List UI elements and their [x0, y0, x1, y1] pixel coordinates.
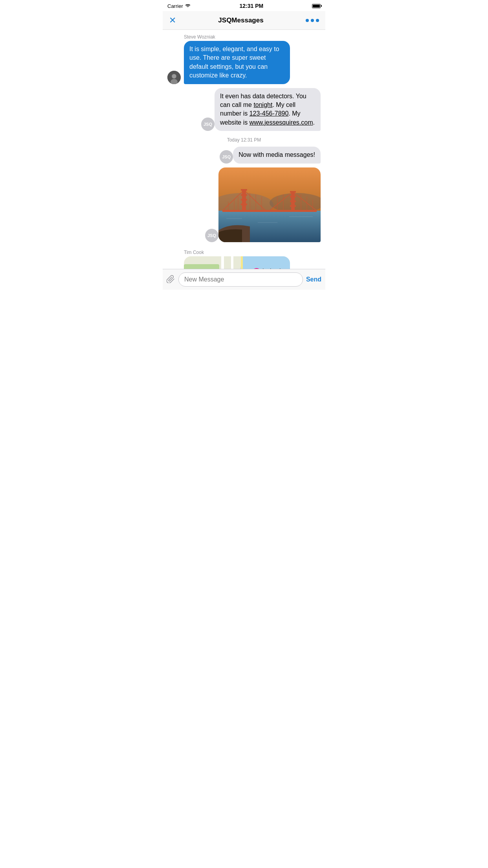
close-button[interactable]: ✕ [169, 16, 176, 25]
message-row-5: n Park ← 🍸 The Slanted Door Ferry Buildi… [167, 256, 321, 269]
battery-icon [312, 4, 321, 8]
bubble-1: It is simple, elegant, and easy to use. … [184, 41, 290, 84]
avatar-jsq-3: JSQ [220, 150, 233, 164]
message-row-1: It is simple, elegant, and easy to use. … [167, 41, 321, 84]
link-website[interactable]: www.jessesquires.com [250, 119, 313, 126]
message-input[interactable] [178, 272, 303, 287]
svg-rect-52 [241, 256, 243, 269]
status-right [312, 4, 321, 8]
attach-button[interactable] [167, 274, 175, 285]
svg-rect-13 [241, 204, 247, 205]
svg-rect-11 [241, 194, 247, 196]
avatar-wozniak [167, 71, 181, 84]
status-bar: Carrier 12:31 PM [163, 0, 325, 11]
svg-rect-8 [222, 210, 317, 212]
sender-name-wozniak: Steve Wozniak [167, 33, 321, 40]
bubble-2: It even has data detectors. You can call… [215, 88, 321, 131]
map-bubble[interactable]: n Park ← 🍸 The Slanted Door Ferry Buildi… [184, 256, 290, 269]
nav-title: JSQMessages [218, 17, 263, 24]
media-container-4[interactable] [218, 167, 321, 242]
more-options-button[interactable] [306, 19, 319, 22]
svg-rect-51 [231, 256, 233, 269]
message-row-3: Now with media messages! JSQ [167, 147, 321, 163]
dot-3 [316, 19, 319, 22]
svg-text:The Slanted Door: The Slanted Door [261, 268, 290, 269]
link-phone[interactable]: 123-456-7890 [250, 110, 289, 117]
dot-2 [311, 19, 314, 22]
svg-rect-16 [290, 196, 296, 197]
golden-gate-image[interactable] [218, 167, 321, 242]
svg-rect-50 [221, 256, 224, 269]
svg-rect-17 [290, 200, 296, 202]
status-time: 12:31 PM [240, 3, 264, 9]
carrier-label: Carrier [167, 3, 183, 9]
input-bar: Send [163, 269, 325, 290]
svg-point-3 [172, 74, 176, 78]
timestamp-1: Today 12:31 PM [167, 137, 321, 143]
link-tonight[interactable]: tonight [253, 101, 272, 108]
wifi-icon [185, 3, 191, 9]
message-row-2: It even has data detectors. You can call… [167, 88, 321, 131]
bubble-3: Now with media messages! [233, 147, 321, 163]
svg-rect-12 [241, 199, 247, 200]
svg-rect-45 [184, 264, 219, 269]
avatar-jsq-2: JSQ [201, 118, 215, 131]
send-button[interactable]: Send [306, 276, 321, 283]
message-list: Steve Wozniak It is simple, elegant, and… [163, 30, 325, 269]
svg-rect-18 [290, 205, 296, 207]
avatar-jsq-4: JSQ [205, 229, 218, 242]
message-row-4: JSQ [167, 167, 321, 242]
dot-1 [306, 19, 309, 22]
sender-name-cook: Tim Cook [167, 248, 321, 256]
nav-bar: ✕ JSQMessages [163, 11, 325, 30]
